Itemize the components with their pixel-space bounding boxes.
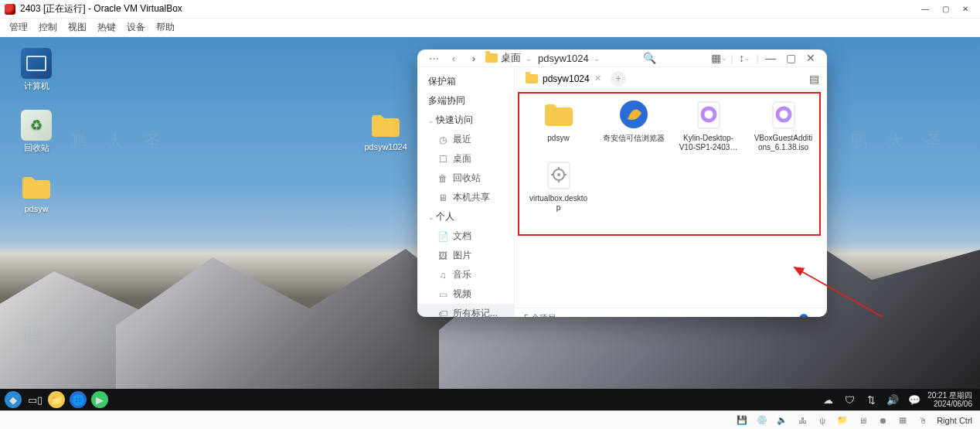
- menu-hotkey[interactable]: 热键: [97, 21, 116, 34]
- folder-icon: [526, 74, 538, 83]
- tab-pdsyw1024[interactable]: pdsyw1024 ✕: [519, 72, 607, 86]
- desktop-icon: ☐: [437, 154, 448, 165]
- vb-cpu-icon[interactable]: ▦: [897, 415, 909, 425]
- search-icon[interactable]: 🔍: [641, 49, 658, 66]
- sidebar-item-desktop[interactable]: ☐桌面: [417, 149, 514, 169]
- vb-shared-icon[interactable]: 📁: [836, 415, 849, 425]
- virtualbox-menubar: 管理 控制 视图 热键 设备 帮助: [0, 19, 980, 37]
- watermark: 鹏 大 圣: [70, 130, 168, 153]
- file-item-folder[interactable]: pdsyw: [522, 97, 594, 152]
- menu-view[interactable]: 视图: [68, 21, 87, 34]
- sidebar-item-tags[interactable]: 🏷所有标记...: [417, 304, 514, 317]
- sidebar-item-protectbox[interactable]: 保护箱: [417, 72, 514, 91]
- nav-forward-button[interactable]: ›: [465, 49, 482, 66]
- taskbar-file-manager[interactable]: 📁: [48, 391, 65, 408]
- vb-optical-icon[interactable]: 💿: [756, 415, 768, 425]
- sidebar-section-quick[interactable]: ⌄快速访问: [417, 111, 514, 130]
- taskview-icon[interactable]: ▭▯: [26, 391, 43, 408]
- taskbar-app[interactable]: ▶: [91, 391, 108, 408]
- zoom-slider[interactable]: [771, 317, 818, 318]
- tray-notifications-icon[interactable]: 💬: [906, 391, 923, 408]
- trash-icon: 🗑: [437, 173, 448, 184]
- file-manager-window: ⋯ ‹ › 桌面 ⌄ pdsyw1024 ⌄ 🔍 ▦⌄ | ↕⌄ | — ▢ ✕: [417, 49, 827, 317]
- file-label: pdsyw: [547, 134, 569, 143]
- window-title: 2403 [正在运行] - Oracle VM VirtualBox: [20, 2, 182, 15]
- desktop-icon-pdsyw[interactable]: pdsyw: [12, 172, 60, 213]
- folder-icon: [485, 53, 498, 63]
- file-item-desktop-file[interactable]: virtualbox.desktop: [522, 157, 594, 213]
- file-label: VBoxGuestAdditions_6.1.38.iso: [753, 134, 815, 152]
- menu-devices[interactable]: 设备: [127, 21, 145, 34]
- vb-network-icon[interactable]: 🖧: [796, 416, 808, 425]
- vb-recording-icon[interactable]: ⏺: [876, 416, 889, 425]
- clock-icon: ◷: [437, 134, 448, 145]
- disc-icon: [766, 97, 801, 132]
- sidebar-item-pictures[interactable]: 🖼图片: [417, 246, 514, 265]
- sidebar-item-docs[interactable]: 📄文档: [417, 226, 514, 246]
- sidebar-item-video[interactable]: ▭视频: [417, 284, 514, 304]
- sort-icon[interactable]: ↕⌄: [737, 49, 754, 66]
- icon-label: pdsyw: [24, 204, 48, 213]
- document-icon: 📄: [437, 231, 448, 242]
- tray-volume-icon[interactable]: 🔊: [884, 391, 901, 408]
- guest-desktop[interactable]: 鹏 大 圣 鹏 大 圣 鹏 大 圣 鹏 大 圣 计算机 回收站 pdsyw pd…: [0, 37, 980, 410]
- minimize-button[interactable]: —: [915, 2, 935, 17]
- music-icon: ♫: [437, 270, 448, 281]
- file-manager-main: pdsyw1024 ✕ ＋ ▤ pdsyw: [515, 67, 827, 317]
- file-item-iso-kylin[interactable]: Kylin-Desktop-V10-SP1-2403…: [672, 97, 744, 152]
- menu-help[interactable]: 帮助: [156, 21, 175, 34]
- vb-display-icon[interactable]: 🖥: [856, 416, 869, 425]
- nav-back-button[interactable]: ‹: [445, 49, 462, 66]
- sidebar-item-recent[interactable]: ◷最近: [417, 130, 514, 149]
- taskbar-clock[interactable]: 20:21 星期四 2024/06/06: [927, 391, 975, 408]
- add-tab-button[interactable]: ＋: [611, 71, 626, 87]
- maximize-button[interactable]: ▢: [935, 2, 955, 17]
- options-icon[interactable]: ⋯: [425, 49, 442, 66]
- item-count: 5 个项目: [524, 312, 556, 317]
- guest-taskbar: ◆ ▭▯ 📁 🌐 ▶ ☁ 🛡 ⇅ 🔊 💬 20:21 星期四 2024/06/0…: [0, 389, 980, 410]
- close-button[interactable]: ✕: [955, 2, 975, 17]
- start-menu-button[interactable]: ◆: [5, 391, 22, 408]
- window-maximize-button[interactable]: ▢: [782, 49, 799, 66]
- breadcrumb-current[interactable]: pdsyw1024 ⌄: [538, 53, 600, 64]
- file-manager-tabs: pdsyw1024 ✕ ＋ ▤: [515, 67, 827, 90]
- window-close-button[interactable]: ✕: [802, 49, 819, 66]
- desktop-icon-trash[interactable]: 回收站: [12, 110, 60, 154]
- sidebar-section-personal[interactable]: ⌄个人: [417, 207, 514, 226]
- tray-cloud-icon[interactable]: ☁: [819, 391, 836, 408]
- file-manager-statusbar: 5 个项目: [515, 308, 827, 317]
- window-minimize-button[interactable]: —: [762, 49, 779, 66]
- browser-icon: [616, 97, 652, 132]
- menu-control[interactable]: 控制: [39, 21, 57, 34]
- file-item-browser[interactable]: 奇安信可信浏览器: [597, 97, 669, 152]
- icon-label: pdsyw1024: [364, 142, 407, 152]
- gear-icon: [541, 157, 577, 192]
- tray-shield-icon[interactable]: 🛡: [841, 391, 858, 408]
- vb-mouse-icon[interactable]: 🖱: [917, 416, 929, 425]
- desktop-icon-pdsyw1024[interactable]: pdsyw1024: [362, 110, 410, 152]
- vb-disk-icon[interactable]: 💾: [736, 415, 748, 425]
- file-label: Kylin-Desktop-V10-SP1-2403…: [678, 134, 740, 152]
- tag-icon: 🏷: [437, 308, 448, 318]
- vb-audio-icon[interactable]: 🔈: [776, 415, 788, 425]
- vb-host-key: Right Ctrl: [937, 416, 972, 425]
- close-tab-icon[interactable]: ✕: [594, 73, 601, 83]
- file-item-iso-vbox[interactable]: VBoxGuestAdditions_6.1.38.iso: [747, 97, 819, 152]
- virtualbox-statusbar: 💾 💿 🔈 🖧 ψ 📁 🖥 ⏺ ▦ 🖱 Right Ctrl: [0, 410, 980, 429]
- watermark: 鹏 大 圣: [850, 130, 949, 153]
- sidebar-item-multidev[interactable]: 多端协同: [417, 91, 514, 111]
- breadcrumb-root[interactable]: 桌面 ⌄: [485, 51, 532, 65]
- vb-usb-icon[interactable]: ψ: [816, 416, 829, 425]
- video-icon: ▭: [437, 289, 448, 300]
- file-manager-content[interactable]: pdsyw 奇安信可信浏览器 Kylin-Desktop-V10-SP1-240…: [515, 90, 827, 308]
- view-grid-icon[interactable]: ▦⌄: [710, 49, 727, 66]
- sidebar-item-trash[interactable]: 🗑回收站: [417, 169, 514, 188]
- sidebar-item-share[interactable]: 🖥本机共享: [417, 188, 514, 207]
- taskbar-browser[interactable]: 🌐: [70, 391, 87, 408]
- preview-toggle-icon[interactable]: ▤: [805, 70, 822, 87]
- tray-network-icon[interactable]: ⇅: [863, 391, 880, 408]
- menu-manage[interactable]: 管理: [9, 21, 28, 34]
- file-manager-toolbar: ⋯ ‹ › 桌面 ⌄ pdsyw1024 ⌄ 🔍 ▦⌄ | ↕⌄ | — ▢ ✕: [417, 49, 827, 66]
- desktop-icon-computer[interactable]: 计算机: [12, 48, 60, 92]
- sidebar-item-music[interactable]: ♫音乐: [417, 265, 514, 284]
